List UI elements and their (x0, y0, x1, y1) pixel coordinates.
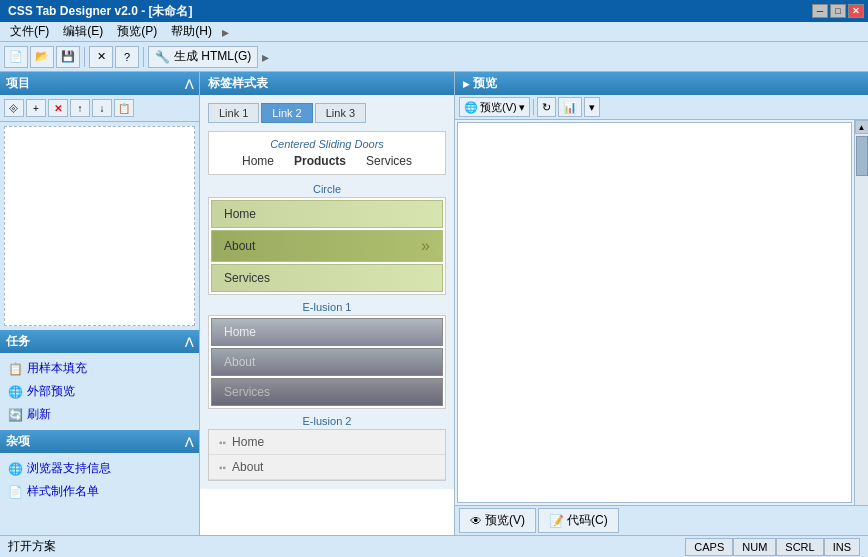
generate-label: 生成 HTML(G) (174, 48, 251, 65)
center-panel-header: 标签样式表 (200, 72, 454, 95)
elusion2-nav: ▪▪ Home ▪▪ About (208, 429, 446, 481)
circle-nav-about[interactable]: About » (211, 230, 443, 262)
tab-preview[interactable]: 👁 预览(V) (459, 508, 536, 533)
elusion1-section: E-lusion 1 Home About Services (208, 301, 446, 409)
menu-file[interactable]: 文件(F) (4, 21, 55, 42)
project-content (4, 126, 195, 326)
num-indicator: NUM (733, 538, 776, 556)
generate-html-button[interactable]: 🔧 生成 HTML(G) (148, 46, 258, 68)
task-refresh[interactable]: 🔄 刷新 (8, 403, 191, 426)
menu-overflow-icon: ▸ (222, 24, 229, 40)
delete-button[interactable]: ✕ (89, 46, 113, 68)
sliding-doors-section: Centered Sliding Doors Home Products Ser… (208, 131, 446, 175)
circle-nav-services[interactable]: Services (211, 264, 443, 292)
link-tabs: Link 1 Link 2 Link 3 (208, 103, 446, 123)
right-panel: ▸ 预览 🌐 预览(V) ▾ ↻ 📊 ▾ ▲ 👁 预览(V) (455, 72, 868, 535)
proj-add-btn[interactable]: + (26, 99, 46, 117)
toolbar-separator-1 (84, 47, 85, 67)
minimize-button[interactable]: ─ (812, 4, 828, 18)
external-preview-label: 外部预览 (27, 383, 75, 400)
menu-bar: 文件(F) 编辑(E) 预览(P) 帮助(H) ▸ (0, 22, 868, 42)
save-button[interactable]: 💾 (56, 46, 80, 68)
elusion1-nav-about[interactable]: About (211, 348, 443, 376)
right-size-button[interactable]: 📊 (558, 97, 582, 117)
menu-preview[interactable]: 预览(P) (111, 21, 163, 42)
sliding-nav-home[interactable]: Home (242, 154, 274, 168)
circle-nav: Home About » Services (208, 197, 446, 295)
misc-browser-support[interactable]: 🌐 浏览器支持信息 (8, 457, 191, 480)
proj-down-btn[interactable]: ↓ (92, 99, 112, 117)
elusion1-nav-services[interactable]: Services (211, 378, 443, 406)
elusion2-label: E-lusion 2 (208, 415, 446, 427)
right-header-icon: ▸ (463, 77, 469, 91)
right-scrollbar[interactable]: ▲ (854, 120, 868, 505)
status-indicators: CAPS NUM SCRL INS (685, 538, 860, 556)
circle-home-label: Home (224, 207, 256, 221)
link-tab-2[interactable]: Link 2 (261, 103, 312, 123)
external-preview-icon: 🌐 (8, 385, 23, 399)
right-preview-label: 预览(V) (480, 100, 517, 115)
scroll-up-arrow[interactable]: ▲ (855, 120, 869, 134)
task-external-preview[interactable]: 🌐 外部预览 (8, 380, 191, 403)
sliding-doors-title: Centered Sliding Doors (215, 138, 439, 150)
elusion2-dot-home: ▪▪ (219, 437, 226, 448)
fill-sample-icon: 📋 (8, 362, 23, 376)
menu-help[interactable]: 帮助(H) (165, 21, 218, 42)
elusion1-label: E-lusion 1 (208, 301, 446, 313)
toolbar-separator-2 (143, 47, 144, 67)
toolbar: 📄 📂 💾 ✕ ? 🔧 生成 HTML(G) ▸ (0, 42, 868, 72)
maximize-button[interactable]: □ (830, 4, 846, 18)
close-button[interactable]: ✕ (848, 4, 864, 18)
scroll-thumb[interactable] (856, 136, 868, 176)
link-tab-3[interactable]: Link 3 (315, 103, 366, 123)
tab-code-label: 代码(C) (567, 512, 608, 529)
right-main-area: ▲ (455, 120, 868, 505)
help-button[interactable]: ? (115, 46, 139, 68)
center-scroll-area[interactable]: Link 1 Link 2 Link 3 Centered Sliding Do… (200, 95, 454, 535)
proj-up-btn[interactable]: ↑ (70, 99, 90, 117)
task-fill-sample[interactable]: 📋 用样本填充 (8, 357, 191, 380)
right-refresh-button[interactable]: ↻ (537, 97, 556, 117)
left-panel: 项目 ⋀ 🞜 + ✕ ↑ ↓ 📋 任务 ⋀ 📋 用样本填充 (0, 72, 200, 535)
link-tab-1[interactable]: Link 1 (208, 103, 259, 123)
right-more-button[interactable]: ▾ (584, 97, 600, 117)
sliding-nav-services[interactable]: Services (366, 154, 412, 168)
tab-code[interactable]: 📝 代码(C) (538, 508, 619, 533)
project-header: 项目 ⋀ (0, 72, 199, 95)
center-panel-title: 标签样式表 (208, 76, 268, 90)
elusion1-nav-home[interactable]: Home (211, 318, 443, 346)
window-controls: ─ □ ✕ (812, 4, 864, 18)
menu-edit[interactable]: 编辑(E) (57, 21, 109, 42)
project-title: 项目 (6, 75, 30, 92)
elusion2-nav-about[interactable]: ▪▪ About (209, 455, 445, 480)
ins-indicator: INS (824, 538, 860, 556)
elusion2-about-label: About (232, 460, 263, 474)
circle-section: Circle Home About » Services (208, 183, 446, 295)
sliding-nav-products[interactable]: Products (294, 154, 346, 168)
misc-collapse-icon[interactable]: ⋀ (185, 436, 193, 447)
style-credits-label: 样式制作名单 (27, 483, 99, 500)
task-header: 任务 ⋀ (0, 330, 199, 353)
title-text: CSS Tab Designer v2.0 - [未命名] (8, 3, 192, 20)
right-preview-dropdown[interactable]: 🌐 预览(V) ▾ (459, 97, 530, 117)
project-panel: 项目 ⋀ 🞜 + ✕ ↑ ↓ 📋 (0, 72, 199, 330)
circle-nav-home[interactable]: Home (211, 200, 443, 228)
status-bar: 打开方案 CAPS NUM SCRL INS (0, 535, 868, 557)
new-button[interactable]: 📄 (4, 46, 28, 68)
misc-title: 杂项 (6, 433, 30, 450)
right-toolbar-sep1 (533, 99, 534, 115)
misc-style-credits[interactable]: 📄 样式制作名单 (8, 480, 191, 503)
task-panel: 任务 ⋀ 📋 用样本填充 🌐 外部预览 🔄 刷新 (0, 330, 199, 430)
right-preview-icon: 🌐 (464, 101, 478, 114)
project-collapse-icon[interactable]: ⋀ (185, 78, 193, 89)
right-toolbar: 🌐 预览(V) ▾ ↻ 📊 ▾ (455, 95, 868, 120)
generate-icon: 🔧 (155, 50, 170, 64)
proj-delete-btn[interactable]: ✕ (48, 99, 68, 117)
elusion2-nav-home[interactable]: ▪▪ Home (209, 430, 445, 455)
task-collapse-icon[interactable]: ⋀ (185, 336, 193, 347)
refresh-icon: 🔄 (8, 408, 23, 422)
circle-label: Circle (208, 183, 446, 195)
proj-new-btn[interactable]: 🞜 (4, 99, 24, 117)
proj-copy-btn[interactable]: 📋 (114, 99, 134, 117)
open-button[interactable]: 📂 (30, 46, 54, 68)
